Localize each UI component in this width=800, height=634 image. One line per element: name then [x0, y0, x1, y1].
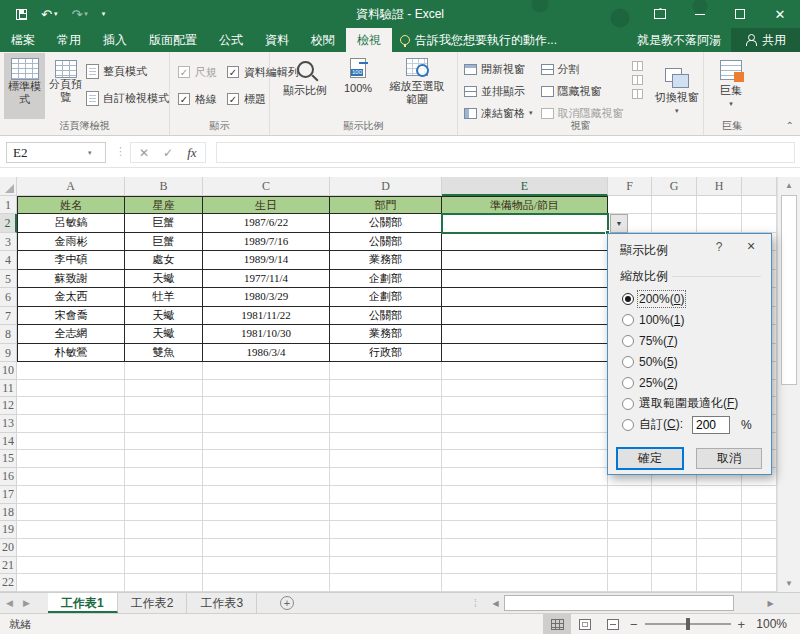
cell-E20[interactable]: [442, 539, 608, 557]
cell-E13[interactable]: [442, 415, 608, 433]
cell-H2[interactable]: [697, 214, 742, 233]
cell-G2[interactable]: [652, 214, 697, 233]
zoom-to-selection-button[interactable]: 縮放至選取範圍: [382, 53, 452, 119]
cell-B19[interactable]: [125, 521, 203, 539]
cell-G1[interactable]: [652, 196, 697, 214]
cell-D8[interactable]: 業務部: [330, 325, 442, 344]
cell-A7[interactable]: 宋會喬: [17, 307, 125, 326]
add-sheet-button[interactable]: +: [280, 596, 294, 610]
cell-B12[interactable]: [125, 397, 203, 415]
row-header-17[interactable]: 17: [0, 486, 17, 504]
cell-A19[interactable]: [17, 521, 125, 539]
ok-button[interactable]: 確定: [617, 448, 683, 469]
cell-E6[interactable]: [442, 288, 608, 307]
data-validation-dropdown-button[interactable]: ▼: [610, 214, 628, 233]
cell-A9[interactable]: 朴敏鶯: [17, 344, 125, 363]
cell-B6[interactable]: 牡羊: [125, 288, 203, 307]
custom-views-button[interactable]: 自訂檢視模式: [86, 88, 169, 108]
cell-G20[interactable]: [652, 539, 697, 557]
row-header-2[interactable]: 2: [0, 214, 17, 233]
close-button[interactable]: ✕: [760, 0, 800, 28]
cell-B4[interactable]: 處女: [125, 251, 203, 270]
name-box-dropdown-icon[interactable]: ▾: [88, 149, 92, 157]
zoom-in-icon[interactable]: +: [738, 617, 746, 632]
row-header-13[interactable]: 13: [0, 415, 17, 433]
collapse-ribbon-button[interactable]: ⌃: [786, 120, 794, 131]
cell-A12[interactable]: [17, 397, 125, 415]
arrange-all-button[interactable]: 並排顯示: [464, 81, 533, 101]
column-header-G[interactable]: G: [652, 177, 697, 196]
cell-C14[interactable]: [203, 433, 330, 451]
cell-A1[interactable]: 姓名: [17, 196, 125, 214]
cell-C2[interactable]: 1987/6/22: [203, 214, 330, 233]
normal-view-button[interactable]: 標準模式: [4, 53, 45, 119]
cell-E10[interactable]: [442, 362, 608, 380]
cell-G22[interactable]: [652, 574, 697, 592]
row-header-11[interactable]: 11: [0, 380, 17, 398]
cell-E17[interactable]: [442, 486, 608, 504]
cell-E14[interactable]: [442, 433, 608, 451]
cell-D19[interactable]: [330, 521, 442, 539]
cell-B16[interactable]: [125, 468, 203, 486]
cell-G17[interactable]: [652, 486, 697, 504]
row-header-8[interactable]: 8: [0, 325, 17, 344]
cell-E19[interactable]: [442, 521, 608, 539]
cell-I1[interactable]: [742, 196, 777, 214]
cell-B10[interactable]: [125, 362, 203, 380]
dialog-close-button[interactable]: ×: [741, 238, 761, 254]
cell-D17[interactable]: [330, 486, 442, 504]
sheet-tab-工作表2[interactable]: 工作表2: [118, 593, 188, 613]
cell-B9[interactable]: 雙魚: [125, 344, 203, 363]
cell-I19[interactable]: [742, 521, 777, 539]
cell-C13[interactable]: [203, 415, 330, 433]
zoom-option-200%[interactable]: 200%(0): [622, 288, 765, 309]
zoom-option-選取範圍最適化[interactable]: 選取範圍最適化(F): [622, 393, 765, 414]
cell-D22[interactable]: [330, 574, 442, 592]
cell-A18[interactable]: [17, 504, 125, 522]
cell-A20[interactable]: [17, 539, 125, 557]
maximize-button[interactable]: [720, 0, 760, 28]
minimize-button[interactable]: [680, 0, 720, 28]
tab-校閱[interactable]: 校閱: [300, 28, 346, 52]
cell-F20[interactable]: [608, 539, 652, 557]
column-header-D[interactable]: D: [330, 177, 442, 196]
cell-B22[interactable]: [125, 574, 203, 592]
cancel-entry-icon[interactable]: ✕: [139, 146, 149, 160]
cell-D1[interactable]: 部門: [330, 196, 442, 214]
column-header-B[interactable]: B: [125, 177, 203, 196]
cell-D12[interactable]: [330, 397, 442, 415]
cell-E4[interactable]: [442, 251, 608, 270]
row-header-3[interactable]: 3: [0, 233, 17, 252]
cell-F22[interactable]: [608, 574, 652, 592]
cell-E16[interactable]: [442, 468, 608, 486]
cell-I2[interactable]: [742, 214, 777, 233]
cell-D4[interactable]: 業務部: [330, 251, 442, 270]
cell-C17[interactable]: [203, 486, 330, 504]
cell-C4[interactable]: 1989/9/14: [203, 251, 330, 270]
cell-B17[interactable]: [125, 486, 203, 504]
vscroll-thumb[interactable]: [781, 195, 797, 385]
column-header-C[interactable]: C: [203, 177, 330, 196]
cell-A16[interactable]: [17, 468, 125, 486]
cell-C18[interactable]: [203, 504, 330, 522]
cell-A5[interactable]: 蘇致謝: [17, 270, 125, 289]
hscroll-thumb[interactable]: [504, 595, 734, 611]
cell-C6[interactable]: 1980/3/29: [203, 288, 330, 307]
cell-C11[interactable]: [203, 380, 330, 398]
cell-B3[interactable]: 巨蟹: [125, 233, 203, 252]
checkbox-gridlines[interactable]: ✓ 格線: [178, 89, 217, 109]
cell-B8[interactable]: 天蠍: [125, 325, 203, 344]
cell-E15[interactable]: [442, 450, 608, 468]
cell-E7[interactable]: [442, 307, 608, 326]
macros-button[interactable]: 巨集 ▾: [704, 53, 758, 119]
zoom-100-button[interactable]: 100 100%: [334, 53, 382, 119]
cell-A6[interactable]: 金太西: [17, 288, 125, 307]
cell-E3[interactable]: [442, 233, 608, 252]
formula-input[interactable]: [216, 142, 795, 163]
cell-B20[interactable]: [125, 539, 203, 557]
zoom-option-25%[interactable]: 25%(2): [622, 372, 765, 393]
row-header-10[interactable]: 10: [0, 362, 17, 380]
cell-C9[interactable]: 1986/3/4: [203, 344, 330, 363]
row-header-18[interactable]: 18: [0, 504, 17, 522]
tab-版面配置[interactable]: 版面配置: [138, 28, 208, 52]
